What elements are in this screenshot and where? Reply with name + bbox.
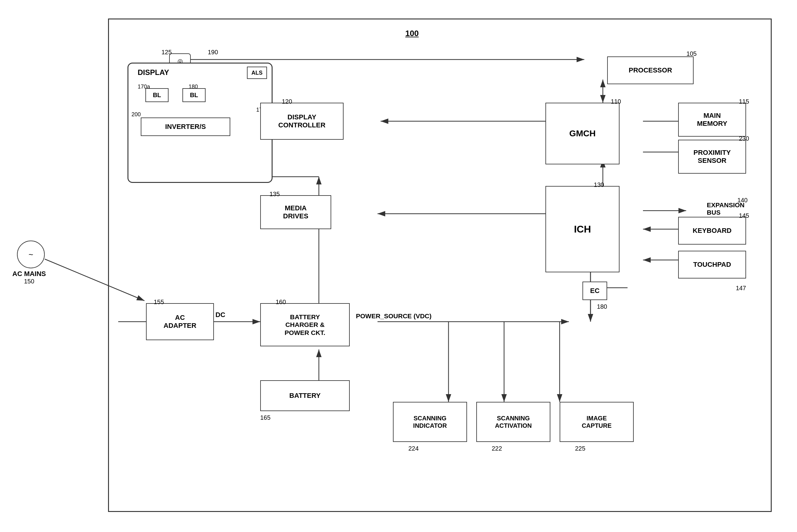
- scanning-activation-ref: 222: [492, 445, 502, 452]
- inverter-ref: 200: [131, 111, 141, 118]
- ac-mains-label: AC MAINS: [12, 270, 46, 278]
- display-controller-box: DISPLAYCONTROLLER: [260, 103, 344, 140]
- ac-mains-circle: ~: [17, 241, 45, 268]
- display-label: DISPLAY: [138, 68, 169, 77]
- display-subsystem: DISPLAY ALS 170a 180 BL BL 200 170b INVE…: [127, 63, 273, 183]
- processor-ref: 105: [687, 50, 697, 57]
- keyboard-ref: 145: [739, 212, 749, 219]
- als-ref: 190: [208, 49, 218, 56]
- main-memory-box: MAINMEMORY: [678, 103, 746, 137]
- scanning-indicator-ref: 224: [409, 445, 419, 452]
- bl1-box: BL: [145, 88, 168, 102]
- ac-mains-ref: 150: [12, 278, 46, 285]
- ac-adapter-box: ACADAPTER: [146, 303, 214, 340]
- image-capture-box: IMAGECAPTURE: [560, 402, 634, 442]
- inverter-box: INVERTER/S: [141, 117, 230, 136]
- display-controller-ref: 120: [282, 98, 292, 105]
- touchpad-box: TOUCHPAD: [678, 251, 746, 279]
- ac-adapter-ref: 155: [154, 299, 164, 306]
- keyboard-box: KEYBOARD: [678, 217, 746, 245]
- scanning-activation-box: SCANNINGACTIVATION: [476, 402, 550, 442]
- battery-charger-ref: 160: [276, 299, 286, 306]
- proximity-ref: 230: [739, 135, 749, 142]
- media-drives-box: MEDIADRIVES: [260, 195, 331, 229]
- dc-label: DC: [215, 311, 225, 319]
- processor-box: PROCESSOR: [607, 56, 693, 84]
- ec-box: EC: [582, 282, 607, 300]
- ich-box: ICH: [545, 186, 619, 272]
- gmch-box: GMCH: [545, 103, 619, 164]
- scanning-indicator-box: SCANNINGINDICATOR: [393, 402, 467, 442]
- bl2-box: BL: [182, 88, 205, 102]
- media-drives-ref: 135: [270, 191, 280, 198]
- ec-ref: 180: [597, 303, 607, 310]
- ich-ref: 130: [594, 181, 604, 188]
- battery-charger-box: BATTERYCHARGER &POWER CKT.: [260, 303, 350, 346]
- expansion-bus-ref: 140: [738, 197, 748, 204]
- touchpad-ref: 147: [736, 285, 746, 292]
- image-capture-ref: 225: [575, 445, 585, 452]
- camera-ref: 125: [161, 49, 171, 56]
- battery-ref: 165: [260, 414, 270, 421]
- proximity-sensor-box: PROXIMITYSENSOR: [678, 140, 746, 174]
- gmch-ref: 110: [611, 98, 621, 105]
- page: ~ AC MAINS 150: [0, 0, 797, 532]
- diagram-title: 100: [405, 29, 419, 38]
- diagram-area: 100 ◎ 125 190 DISPLAY ALS 170a 180 BL BL…: [108, 19, 772, 512]
- ac-mains-area: ~ AC MAINS 150: [12, 241, 46, 285]
- main-memory-ref: 115: [739, 98, 749, 105]
- power-source-label: POWER_SOURCE (VDC): [356, 312, 432, 320]
- als-box: ALS: [247, 66, 267, 79]
- battery-box: BATTERY: [260, 380, 350, 411]
